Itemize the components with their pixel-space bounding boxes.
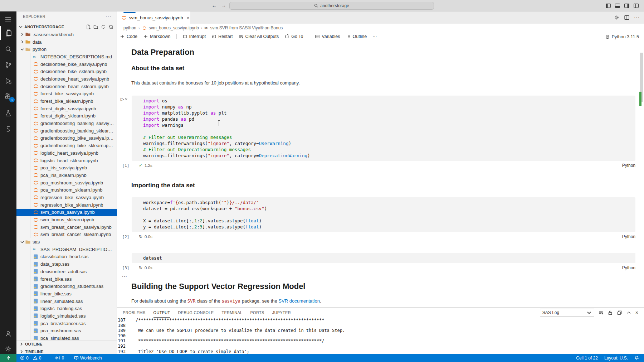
tab-svm-bonus-sasviya[interactable]: svm_bonus_sasviya.ipynb × — [117, 11, 190, 24]
restart-button[interactable]: Restart — [211, 34, 233, 39]
tree-item[interactable]: gradientboosting_banking_sklearn.ipynb — [16, 127, 117, 135]
panel-tab-terminal[interactable]: TERMINAL — [221, 308, 242, 318]
panel-tab-ports[interactable]: PORTS — [250, 308, 264, 318]
bell-icon[interactable] — [634, 356, 639, 360]
menu-icon[interactable] — [0, 12, 16, 26]
panel-tab-jupyter[interactable]: JUPYTER — [272, 308, 291, 318]
tree-item[interactable]: data — [16, 38, 117, 46]
tree-item[interactable]: forest_bike_sasviya.ipynb — [16, 90, 117, 98]
tree-item[interactable]: svm_bonus_sklearn.ipynb — [16, 216, 117, 223]
go-to-button[interactable]: Go To — [284, 34, 303, 39]
tree-item[interactable]: gradientboosting_students.sas — [16, 283, 117, 290]
sidebar-item-sas[interactable] — [0, 122, 16, 136]
layout-customize-icon[interactable] — [633, 3, 639, 9]
tree-item[interactable]: regression_bike_sasviya.ipynb — [16, 194, 117, 201]
tree-item[interactable]: pca_mushroom.sas — [16, 327, 117, 335]
kernel-picker[interactable]: Python 3.11.5 — [605, 32, 639, 41]
tree-item[interactable]: logistic_banking.sas — [16, 305, 117, 312]
clear-output-icon[interactable] — [598, 310, 604, 315]
cell-editor[interactable]: workspace=f'{os.path.abspath("")}/../dat… — [132, 197, 635, 232]
add-markdown-button[interactable]: Markdown — [143, 34, 171, 39]
explorer-more-icon[interactable]: ··· — [106, 13, 112, 19]
breadcrumb-item[interactable]: python — [123, 25, 136, 30]
tab-close-icon[interactable]: × — [187, 15, 190, 20]
remote-indicator[interactable] — [0, 354, 16, 362]
tree-item[interactable]: python — [16, 45, 117, 53]
outline-section[interactable]: OUTLINE — [16, 340, 117, 348]
tree-item[interactable]: decisiontree_heart_sasviya.ipynb — [16, 75, 117, 83]
command-center-search[interactable]: anotherstorage — [229, 2, 434, 10]
workbench-indicator[interactable]: Workbench — [74, 356, 102, 361]
account-icon[interactable] — [0, 327, 16, 341]
cell-language[interactable]: Python — [622, 265, 635, 270]
clear-all-outputs-button[interactable]: Clear All Outputs — [238, 34, 279, 39]
toggle-sidebar-icon[interactable] — [605, 3, 611, 9]
tree-item[interactable]: linear_simulated.sas — [16, 298, 117, 305]
tree-item[interactable]: forest_digits_sasviya.ipynb — [16, 105, 117, 112]
sidebar-item-extensions[interactable]: 1 — [0, 90, 16, 104]
panel-tab-debug-console[interactable]: DEBUG CONSOLE — [178, 308, 214, 318]
sidebar-item-testing[interactable] — [0, 106, 16, 120]
tree-item[interactable]: decisiontree_adult.sas — [16, 268, 117, 275]
editor-more-icon[interactable]: ··· — [634, 15, 640, 20]
output-channel-select[interactable]: SAS Log — [540, 309, 594, 317]
tree-item[interactable]: svm_bonus_sasviya.ipynb — [16, 209, 117, 216]
tree-item[interactable]: pca_mushroom_sklearn.ipynb — [16, 186, 117, 194]
tree-item[interactable]: data_step.sas — [16, 260, 117, 268]
add-code-button[interactable]: Code — [120, 34, 137, 39]
tree-item[interactable]: svm_breast_cancer_sasviya.ipynb — [16, 223, 117, 231]
sidebar-item-run-debug[interactable] — [0, 74, 16, 88]
interrupt-button[interactable]: Interrupt — [182, 34, 206, 39]
toolbar-more-icon[interactable]: ··· — [372, 34, 377, 39]
tree-item[interactable]: classification_heart.sas — [16, 253, 117, 261]
tree-item[interactable]: sas — [16, 238, 117, 246]
tree-item[interactable]: decisiontree_heart_sklearn.ipynb — [16, 83, 117, 90]
problems-indicator[interactable]: 0 0 — [20, 356, 41, 361]
tree-item[interactable]: pca_mushroom_sasviya.ipynb — [16, 179, 117, 187]
svr-documentation-link[interactable]: SVR documentation — [278, 298, 320, 304]
tree-item[interactable]: logistic_simulated.sas — [16, 312, 117, 320]
lock-icon[interactable] — [608, 310, 613, 315]
split-editor-icon[interactable] — [624, 15, 630, 20]
layout-indicator[interactable]: Layout: U.S. — [604, 356, 628, 361]
tree-item[interactable]: svm_breast_cancer_sklearn.ipynb — [16, 231, 117, 238]
breadcrumb-item[interactable]: svm_bonus_sasviya.ipynb — [149, 25, 199, 30]
notebook-settings-gear-icon[interactable] — [614, 15, 620, 20]
tree-item[interactable]: pca_iris_sklearn.ipynb — [16, 172, 117, 179]
nav-back-icon[interactable]: ← — [210, 2, 218, 8]
output-log[interactable]: 187/************************************… — [117, 318, 644, 354]
cell-language[interactable]: Python — [622, 163, 635, 168]
cell-language[interactable]: Python — [622, 234, 635, 239]
tree-item[interactable]: linear_bike.sas — [16, 290, 117, 298]
nav-forward-icon[interactable]: → — [220, 2, 228, 8]
tree-item[interactable]: logistic_heart_sasviya.ipynb — [16, 149, 117, 157]
outline-button[interactable]: Outline — [346, 34, 367, 39]
collapsed-cells-marker[interactable]: ... — [122, 272, 127, 278]
tree-item[interactable]: M↓NOTEBOOK_DESCRIPTIONS.md — [16, 53, 117, 61]
ports-indicator[interactable]: 0 — [55, 356, 64, 361]
breadcrumb-item[interactable]: svm.SVR from SAS® Viya® on Bonus — [210, 25, 283, 30]
cell-editor[interactable]: import osimport numpy as npimport matplo… — [132, 96, 635, 161]
toggle-panel-icon[interactable] — [615, 3, 620, 9]
cell-indicator[interactable]: Cell 1 of 22 — [576, 356, 598, 361]
panel-tab-problems[interactable]: PROBLEMS — [123, 308, 146, 318]
tree-item[interactable]: decisiontree_bike_sasviya.ipynb — [16, 61, 117, 68]
tree-item[interactable]: forest_bike_sklearn.ipynb — [16, 97, 117, 105]
sidebar-item-search[interactable] — [0, 42, 16, 57]
tree-item[interactable]: .sasuser.workbench — [16, 31, 117, 38]
sidebar-item-explorer[interactable] — [0, 26, 16, 40]
toggle-secondary-sidebar-icon[interactable] — [624, 3, 630, 9]
tree-item[interactable]: forest_bike.sas — [16, 275, 117, 283]
tree-item[interactable]: gradientboosting_banking_sasviya.ipynb — [16, 120, 117, 127]
run-cell-button[interactable]: ▷ — [121, 96, 128, 102]
tree-item[interactable]: regression_bike_sklearn.ipynb — [16, 201, 117, 209]
variables-button[interactable]: Variables — [315, 34, 340, 39]
new-folder-icon[interactable] — [93, 24, 98, 29]
tree-item[interactable]: pca_iris_sasviya.ipynb — [16, 164, 117, 172]
tree-item[interactable]: gradientboosting_bike_sasviya.ipynb — [16, 135, 117, 142]
new-file-icon[interactable] — [86, 24, 91, 29]
tree-item[interactable]: forest_digits_sklearn.ipynb — [16, 112, 117, 120]
tree-item[interactable]: pca_breastcancer.sas — [16, 320, 117, 327]
sidebar-item-source-control[interactable] — [0, 58, 16, 72]
cell-editor[interactable]: dataset — [132, 253, 635, 263]
